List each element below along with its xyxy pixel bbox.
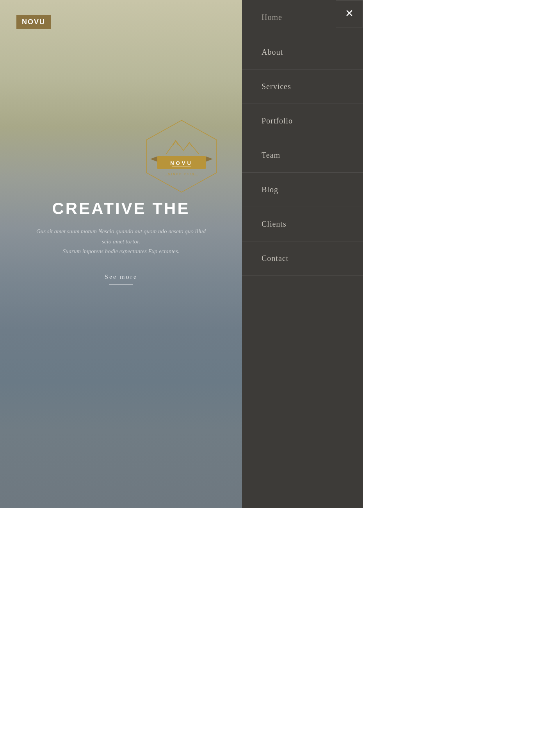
logo-text: NOVU xyxy=(22,18,45,26)
nav-item-services[interactable]: Services xyxy=(242,70,363,104)
nav-item-about[interactable]: About xyxy=(242,35,363,70)
svg-text:SINCE 2009: SINCE 2009 xyxy=(168,173,195,175)
svg-marker-2 xyxy=(150,156,157,162)
nav-label-clients: Clients xyxy=(262,220,287,229)
see-more-link[interactable]: See more xyxy=(0,273,242,281)
nav-item-blog[interactable]: Blog xyxy=(242,173,363,207)
nav-item-portfolio[interactable]: Portfolio xyxy=(242,104,363,138)
nav-label-team: Team xyxy=(262,151,280,160)
nav-item-team[interactable]: Team xyxy=(242,138,363,173)
badge-svg: NOVU SINCE 2009 xyxy=(139,117,224,195)
svg-marker-3 xyxy=(206,156,213,162)
nav-label-contact: Contact xyxy=(262,254,288,263)
nav-label-about: About xyxy=(262,48,283,57)
nav-label-blog: Blog xyxy=(262,185,278,194)
nav-item-contact[interactable]: Contact xyxy=(242,241,363,276)
nav-label-services: Services xyxy=(262,82,291,91)
nav-menu: Home About Services Portfolio Team Blog … xyxy=(242,0,363,276)
nav-overlay: ✕ Home About Services Portfolio Team Blo… xyxy=(242,0,363,508)
see-more-underline xyxy=(109,284,133,285)
nav-label-portfolio: Portfolio xyxy=(262,116,293,125)
close-button[interactable]: ✕ xyxy=(336,0,363,27)
hero-subtitle: Gus sit amet suum motum Nescio quando au… xyxy=(0,227,242,257)
nav-label-home: Home xyxy=(262,13,282,22)
svg-text:NOVU: NOVU xyxy=(170,160,193,166)
nav-item-clients[interactable]: Clients xyxy=(242,207,363,241)
close-icon: ✕ xyxy=(345,9,354,19)
hero-title: CREATIVE THE xyxy=(0,199,242,218)
center-badge: NOVU SINCE 2009 xyxy=(139,117,224,195)
site-logo[interactable]: NOVU xyxy=(16,15,51,29)
